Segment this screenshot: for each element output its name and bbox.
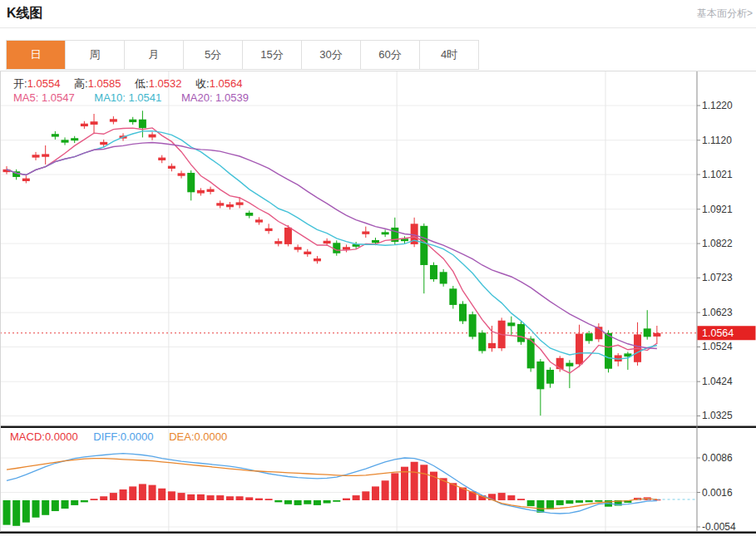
ma10-legend: MA10: 1.0541 xyxy=(94,91,161,104)
y-axis-labels: 1.12201.11201.10211.09211.08221.07231.06… xyxy=(697,100,736,533)
svg-text:1.1120: 1.1120 xyxy=(702,135,732,146)
svg-text:1.1220: 1.1220 xyxy=(702,100,733,111)
open-value: 1.0554 xyxy=(27,77,61,90)
gridlines xyxy=(0,71,697,532)
macd-histogram xyxy=(3,462,661,526)
ma20-legend: MA20: 1.0539 xyxy=(181,91,249,104)
ohlc-legend: 开:1.0554 高:1.0585 低:1.0532 收:1.0564 xyxy=(13,76,253,91)
high-label: 高: xyxy=(74,77,88,90)
svg-text:0.0016: 0.0016 xyxy=(702,487,733,499)
svg-text:1.0424: 1.0424 xyxy=(702,376,733,387)
macd-value: MACD:0.0000 xyxy=(10,430,78,443)
ma-legend: MA5: 1.0547 MA10: 1.0541 MA20: 1.0539 xyxy=(13,91,249,104)
svg-text:1.0623: 1.0623 xyxy=(702,307,733,318)
svg-text:1.0564: 1.0564 xyxy=(702,327,734,339)
svg-text:1.0921: 1.0921 xyxy=(702,204,733,215)
dea-value: DEA:0.0000 xyxy=(169,430,227,443)
svg-text:1.0822: 1.0822 xyxy=(702,238,733,249)
ma5-legend: MA5: 1.0547 xyxy=(13,91,75,104)
svg-text:0.0086: 0.0086 xyxy=(702,452,733,464)
svg-text:1.0723: 1.0723 xyxy=(702,272,733,283)
macd-legend: MACD:0.0000 DIFF:0.0000 DEA:0.0000 xyxy=(10,430,227,443)
svg-text:1.0524: 1.0524 xyxy=(702,341,733,352)
kline-page: K线图 基本面分析> 日 周 月 5分 15分 30分 60分 4时 1.122… xyxy=(0,0,756,536)
low-label: 低: xyxy=(135,77,149,90)
close-label: 收: xyxy=(195,77,210,90)
close-value: 1.0564 xyxy=(210,77,243,90)
open-label: 开: xyxy=(13,77,27,90)
diff-value: DIFF:0.0000 xyxy=(93,430,153,443)
high-value: 1.0585 xyxy=(88,77,121,90)
svg-text:1.0325: 1.0325 xyxy=(702,410,733,421)
ma5-line xyxy=(7,128,657,373)
svg-text:1.1021: 1.1021 xyxy=(702,169,733,180)
last-price-badge: 1.0564 xyxy=(698,326,756,340)
low-value: 1.0532 xyxy=(149,77,182,90)
ma20-line xyxy=(7,143,657,349)
svg-text:-0.0054: -0.0054 xyxy=(702,521,736,533)
ma10-line xyxy=(7,131,657,360)
